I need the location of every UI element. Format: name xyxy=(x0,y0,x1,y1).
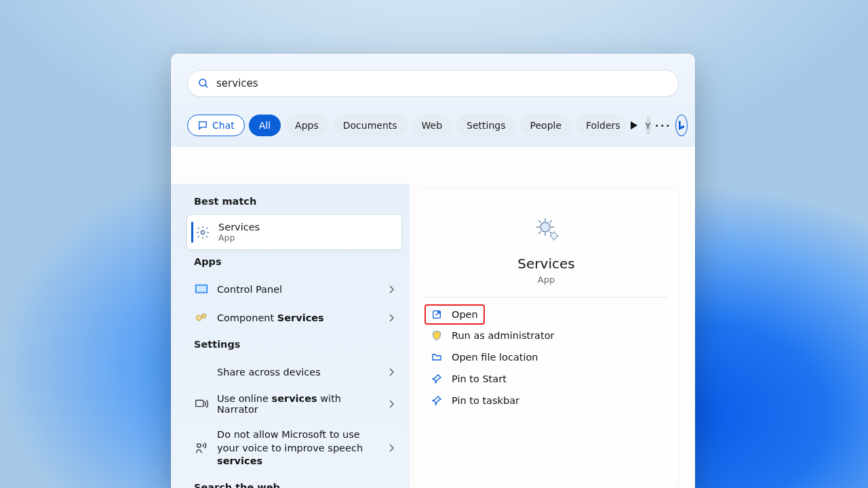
scope-settings[interactable]: Settings xyxy=(456,115,515,136)
preview-pane: Services App Open Run as administrator O… xyxy=(414,189,679,488)
best-match-heading: Best match xyxy=(187,189,401,215)
settings-item-share-devices[interactable]: Share across devices xyxy=(187,358,401,386)
control-panel-icon xyxy=(194,282,209,297)
chevron-right-icon xyxy=(388,285,395,293)
action-pin-to-start[interactable]: Pin to Start xyxy=(425,368,668,390)
bing-chat-button[interactable] xyxy=(675,115,688,136)
svg-point-3 xyxy=(201,230,205,235)
svg-rect-8 xyxy=(196,401,203,407)
web-heading: Search the web xyxy=(187,475,401,488)
best-match-item[interactable]: Services App xyxy=(187,215,401,249)
svg-line-1 xyxy=(205,85,208,87)
shield-icon xyxy=(431,330,442,341)
component-services-icon xyxy=(194,310,209,325)
chat-chip[interactable]: Chat xyxy=(187,115,245,136)
chevron-right-icon xyxy=(388,314,395,322)
filter-row: Chat All Apps Documents Web Settings Peo… xyxy=(171,106,695,147)
svg-rect-5 xyxy=(197,286,207,292)
svg-point-0 xyxy=(199,79,206,86)
svg-point-7 xyxy=(202,314,206,319)
chevron-right-icon xyxy=(388,368,395,376)
svg-point-9 xyxy=(197,444,201,448)
apps-item-control-panel[interactable]: Control Panel xyxy=(187,275,401,304)
apps-heading: Apps xyxy=(187,249,401,275)
user-avatar[interactable]: Y xyxy=(646,116,651,135)
folder-icon xyxy=(431,352,442,363)
action-pin-to-taskbar[interactable]: Pin to taskbar xyxy=(425,390,668,411)
scroll-right-icon[interactable] xyxy=(631,116,637,135)
settings-item-speech-privacy[interactable]: Do not allow Microsoft to use your voice… xyxy=(187,422,401,475)
chevron-right-icon xyxy=(388,444,395,452)
chat-label: Chat xyxy=(212,120,235,131)
best-match-title: Services xyxy=(218,222,260,232)
services-gear-icon xyxy=(195,225,210,240)
pin-icon xyxy=(431,373,442,384)
chat-icon xyxy=(197,120,208,131)
svg-marker-2 xyxy=(631,121,637,129)
search-area xyxy=(171,54,695,106)
chevron-right-icon xyxy=(388,400,395,408)
pin-icon xyxy=(431,395,442,406)
preview-subtitle: App xyxy=(425,274,668,285)
scope-apps[interactable]: Apps xyxy=(285,115,329,136)
apps-item-component-services[interactable]: Component Services xyxy=(187,304,401,332)
settings-heading: Settings xyxy=(187,332,401,358)
svg-point-13 xyxy=(551,233,557,239)
settings-item-narrator-services[interactable]: Use online services with Narrator xyxy=(187,386,401,422)
search-input[interactable] xyxy=(216,77,669,89)
search-box[interactable] xyxy=(187,70,679,97)
more-icon[interactable]: ··· xyxy=(655,116,671,135)
search-icon xyxy=(197,77,210,89)
bing-icon xyxy=(676,120,687,131)
scope-people[interactable]: People xyxy=(520,115,572,136)
action-open[interactable]: Open xyxy=(425,304,485,325)
svg-point-6 xyxy=(197,315,201,320)
scope-folders[interactable]: Folders xyxy=(576,115,627,136)
services-app-icon xyxy=(530,212,563,247)
action-run-as-admin[interactable]: Run as administrator xyxy=(425,325,668,346)
scope-all[interactable]: All xyxy=(249,115,281,136)
svg-point-12 xyxy=(540,222,550,232)
scope-documents[interactable]: Documents xyxy=(333,115,408,136)
action-open-file-location[interactable]: Open file location xyxy=(425,346,668,368)
results-column: Best match Services App Apps Control Pan… xyxy=(171,184,410,488)
narrator-icon xyxy=(194,396,209,411)
scope-web[interactable]: Web xyxy=(412,115,453,136)
preview-title: Services xyxy=(425,256,668,272)
open-icon xyxy=(431,309,442,320)
best-match-subtitle: App xyxy=(218,232,260,243)
speech-icon xyxy=(194,441,209,455)
start-search-panel: Chat All Apps Documents Web Settings Peo… xyxy=(171,54,695,488)
